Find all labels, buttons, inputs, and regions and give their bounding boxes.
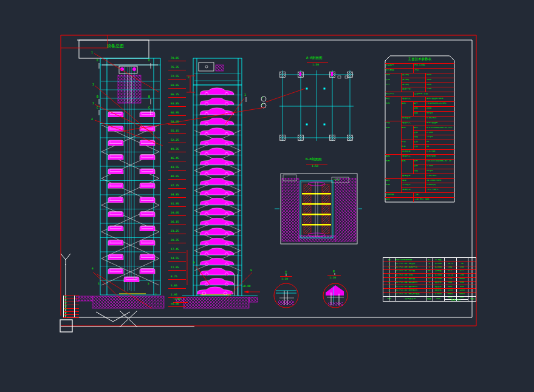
spec-cell: 提升速度 [402,117,424,119]
spec-cell: 96rpm [426,112,453,114]
parts-cell: 代号及名称 [395,298,426,300]
car-icon [200,268,234,276]
parts-cell: Q345B [433,293,444,296]
column-symbol [347,135,353,141]
spec-col-line [425,149,426,154]
spec-col-line [425,126,426,130]
parts-cell: 重量(kg) [444,299,468,302]
car-icon [200,108,234,116]
spec-cell: 适停 [386,74,400,76]
spec-col-line [401,149,402,154]
car-icon [200,238,234,246]
parts-cell: 165 [444,266,456,269]
spec-row-line [401,174,454,174]
car-icon [108,169,123,174]
car-icon [140,254,155,260]
spec-cell: 驱动方式 [402,155,424,157]
parts-cell: 560 [456,282,468,284]
car-icon [140,183,155,189]
left-tower-elevation [77,58,164,308]
parts-cell: 9 [383,263,395,265]
spec-cell: 尺寸 [386,84,400,86]
car-icon [108,155,123,160]
parts-cell: 320 [444,278,456,280]
spec-cell: 型号 [414,127,425,129]
spec-col-line [401,78,402,83]
spec-row-line [413,169,454,169]
spec-cell: 2.2kW [426,132,453,133]
spec-row-line [401,140,454,140]
car-icon [200,118,234,126]
parts-cell: 组合件 [433,286,444,288]
spec-cell: 7.0m/min [426,175,453,177]
car-icon [124,277,139,282]
spec-col-line [401,87,402,92]
spec-col-line [401,135,402,140]
spec-cell: 4850 [426,74,453,76]
spec-row-line [385,96,454,97]
parts-col-line [468,258,468,301]
spec-col-line [401,174,402,178]
car-icon [200,218,234,226]
spec-col-line [401,154,402,159]
car-icon [140,226,155,231]
parts-cell: JC-PCT.05 载车板 [395,278,426,280]
spec-col-line [401,106,402,111]
car-icon [140,269,155,274]
spec-col-line [425,78,426,83]
drawing-title-label: 设备总图 [91,44,140,49]
spec-cell: EA57DT71D4/BMG-KF-TH [426,160,453,162]
car-icon [200,228,234,236]
parts-cell: 材料 [433,298,444,300]
revision-mini-table: Q1Q2Q3Q4Q5Q6Q7 [63,296,79,317]
spec-col-line [401,73,402,78]
spec-cell: 回转速度 [402,150,424,152]
parts-cell: 24 [426,274,433,277]
spec-cell: 回转 [386,122,400,124]
parts-cell: 8.8级 [433,259,444,262]
plan-section-aa [261,70,354,141]
spec-table: 主要技术参数表设备型号PSX-D25型容车数量25台适停长(mm)4850车辆宽… [385,56,454,202]
parts-cell: 组合件 [433,282,444,284]
spec-row-line [413,111,454,112]
spec-cell: 90 [426,146,453,147]
cad-canvas: 设备总图 主要技术参数表设备型号PSX-D25型容车数量25台适停长(mm)48… [0,0,534,392]
parts-cell: 1 [426,289,433,292]
parts-cell: JC-PCT.04 回转机构 [395,282,426,284]
parts-cell: 74 [456,263,468,265]
spec-row-line [385,121,454,121]
mini-cell: Q6 [64,312,74,314]
spec-cell: 1850 [426,79,453,81]
spec-cell: 使用环境 [402,189,424,191]
car-icon [200,98,234,106]
spec-cell: 容车数量 [386,69,412,71]
parts-cell: 3 [383,286,395,288]
spec-row-line [401,101,454,102]
car-icon [140,197,155,203]
car-icon [140,212,155,217]
car-icon [200,88,234,96]
spec-cell: 功率 [414,132,425,133]
spec-cell: 回转 [402,141,412,143]
parts-cell: Q235B [433,278,444,280]
spec-cell: 电机 [402,127,412,129]
parts-cell: 5 [383,278,395,280]
parts-cell: 6 [383,274,395,277]
spec-cell: 备注 [386,198,412,200]
spec-col-line [401,188,402,192]
column-symbol [298,135,304,141]
parts-cell: 4 [383,282,395,284]
spec-cell: 25台 [414,69,453,71]
spec-cell: 机构 [386,160,400,162]
spec-cell: 电机 [402,103,412,104]
parts-cell: 数量 [426,298,433,300]
mini-cell: Q2 [64,299,74,301]
mini-col-line [63,296,64,317]
parts-cell: JC-PCT.06 斜撑 [395,274,426,277]
parts-cell: 备注 [468,298,477,300]
mini-cell: Q3 [64,302,74,304]
parts-cell: 2 [383,289,395,292]
car-icon [200,188,234,196]
parts-cell: 1 [426,282,433,284]
spec-col-line [401,169,402,174]
